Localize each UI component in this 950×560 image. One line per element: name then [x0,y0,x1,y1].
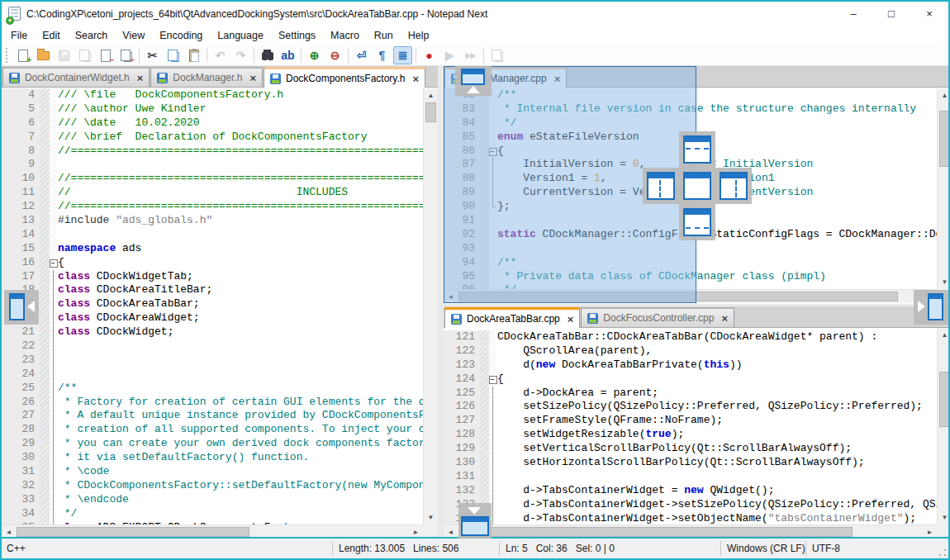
toolbar-separator [254,48,254,63]
close-all-button[interactable]: − [116,46,135,64]
scroll-up-arrow[interactable]: ▲ [938,88,950,102]
scrollbar-thumb[interactable] [425,102,436,122]
toolbar-drag-handle[interactable] [6,48,10,63]
menu-item-edit[interactable]: Edit [35,26,68,45]
word-wrap-button[interactable]: ⏎ [352,46,371,64]
fold-margin [50,423,56,437]
fold-margin [50,102,56,116]
dock-drop-bottom[interactable] [679,204,715,240]
paste-button[interactable] [184,46,203,64]
find-button[interactable] [258,46,277,64]
scroll-down-arrow[interactable]: ▼ [938,275,950,289]
cut-button[interactable]: ✂ [143,46,162,64]
code-text [56,354,423,368]
tab-DockFocusController.cpp[interactable]: DockFocusController.cpp× [581,307,734,327]
maximize-button[interactable]: □ [872,2,910,26]
scroll-up-arrow[interactable]: ▲ [938,328,950,342]
menu-item-language[interactable]: Language [210,26,271,45]
close-tab-icon[interactable]: × [412,74,419,84]
dock-drop-center[interactable] [679,168,715,204]
tab-DockAreaTabBar.cpp[interactable]: DockAreaTabBar.cpp× [444,307,580,328]
fold-margin[interactable] [50,256,56,270]
status-eol-format[interactable]: Windows (CR LF) [727,543,805,554]
scrollbar-thumb[interactable] [939,372,950,427]
tab-DockComponentsFactory.h[interactable]: DockComponentsFactory.h× [264,67,425,88]
change-margin [40,382,50,396]
menu-item-macro[interactable]: Macro [323,26,367,45]
vertical-scrollbar-left[interactable]: ▲ ▼ [423,88,438,524]
clone-editor-button[interactable] [487,46,506,64]
menu-item-help[interactable]: Help [401,26,437,45]
zoom-in-button[interactable]: ⊕ [305,46,324,64]
indent-guide-button[interactable]: ≣ [393,46,412,64]
code-text: class CDockWidgetTab; [56,270,423,284]
menu-item-run[interactable]: Run [367,26,401,45]
line-number: 23 [2,354,40,368]
minimize-button[interactable]: – [834,2,872,26]
scrollbar-thumb[interactable] [461,527,853,537]
menu-item-settings[interactable]: Settings [271,26,323,45]
scroll-down-arrow[interactable]: ▼ [938,510,950,524]
status-language[interactable]: C++ [7,543,26,554]
show-all-characters-button[interactable]: ¶ [373,46,392,64]
close-button[interactable]: − [96,46,115,64]
macro-run-multiple-button[interactable]: ▶▶ [461,46,480,64]
close-window-button[interactable]: × [910,2,948,26]
menu-item-encoding[interactable]: Encoding [152,26,210,45]
fold-margin[interactable] [489,373,496,387]
scroll-up-arrow[interactable]: ▲ [424,88,438,102]
scroll-down-arrow[interactable]: ▼ [424,510,438,524]
close-tab-icon[interactable]: × [721,313,728,324]
code-line: 121CDockAreaTabBar::CDockAreaTabBar(CDoc… [444,330,937,344]
zoom-out-button[interactable]: ⊖ [325,46,344,64]
line-number: 34 [2,507,40,521]
fold-margin [50,325,56,339]
dock-drop-right[interactable] [715,168,752,204]
scrollbar-thumb[interactable] [17,527,249,537]
tab-DockContainerWidget.h[interactable]: DockContainerWidget.h× [2,67,150,87]
menu-item-search[interactable]: Search [68,26,116,45]
window-title: C:\CodingXP\cetoni_projects_64bit\QtAdva… [26,8,487,20]
dock-edge-top[interactable] [455,66,492,96]
close-tab-icon[interactable]: × [249,73,256,83]
tab-DockManager.h[interactable]: DockManager.h× [150,67,263,87]
vertical-splitter[interactable] [438,66,444,539]
code-editor-bottom-right[interactable]: 121CDockAreaTabBar::CDockAreaTabBar(CDoc… [444,328,937,524]
vertical-scrollbar-top-right[interactable]: ▲ ▼ [937,88,950,289]
code-line: 6/// \date 10.02.2020 [2,116,423,131]
menu-item-view[interactable]: View [115,26,152,45]
dock-edge-left[interactable] [4,290,39,325]
code-line: 8//=====================================… [2,145,423,159]
dock-edge-bottom[interactable] [458,503,492,539]
resize-grip[interactable] [938,548,947,557]
change-margin [480,344,489,358]
undo-button[interactable]: ↶ [211,46,230,64]
new-file-button[interactable]: + [13,46,32,64]
dock-drop-left[interactable] [643,168,679,204]
scrollbar-thumb[interactable] [939,111,950,167]
status-encoding[interactable]: UTF-8 [812,543,840,554]
code-line: 22 [2,339,423,354]
overlay-glyph: − [109,56,114,64]
open-file-button[interactable] [34,46,53,64]
save-all-button[interactable] [75,46,94,64]
save-button[interactable] [55,46,74,64]
macro-record-button[interactable]: ● [420,46,439,64]
zoom-out-icon: ⊖ [330,50,340,61]
close-tab-icon[interactable]: × [568,314,574,325]
dock-edge-right[interactable] [914,290,948,325]
code-editor-left[interactable]: 4/// \file DockComponentsFactory.h5/// \… [2,88,423,524]
code-line: 26 * Factory for creation of certain GUI… [2,396,423,410]
copy-button[interactable] [164,46,183,64]
macro-play-button[interactable]: ▶ [440,46,459,64]
vertical-scrollbar-bottom-right[interactable]: ▲ ▼ [937,328,950,524]
close-tab-icon[interactable]: × [137,73,144,83]
fold-margin [50,396,56,410]
change-margin [480,358,489,373]
menu-item-file[interactable]: File [3,26,35,45]
replace-button[interactable]: ab [278,46,297,64]
redo-button[interactable]: ↷ [231,46,250,64]
dock-drop-top[interactable] [679,131,715,168]
line-number: 26 [2,396,40,410]
code-text: /// \brief Declaration of DockComponents… [56,131,423,145]
